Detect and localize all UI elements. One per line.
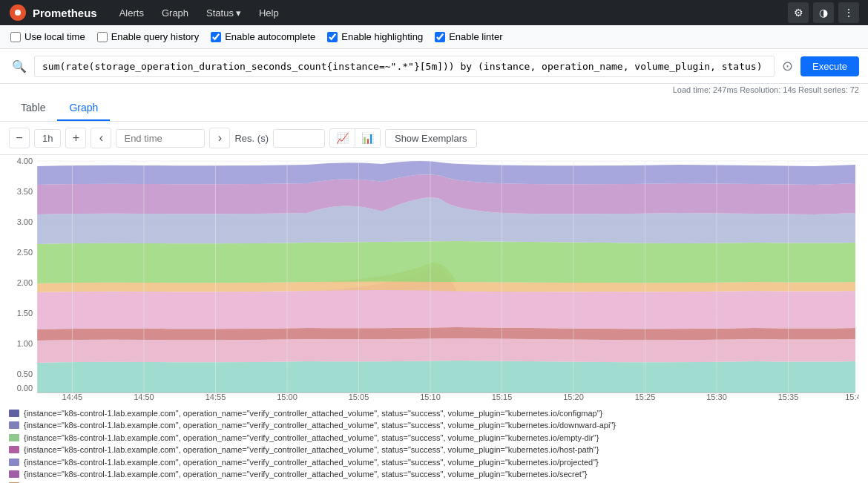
enable-query-history-option[interactable]: Enable query history: [97, 31, 200, 42]
navbar: Prometheus Alerts Graph Status ▾ Help ⚙ …: [0, 0, 868, 25]
use-local-time-label: Use local time: [24, 31, 85, 42]
svg-text:0.00: 0.00: [17, 384, 33, 392]
svg-point-1: [15, 10, 21, 16]
search-icon: 🔍: [9, 59, 30, 73]
legend-text: {instance="k8s-control-1.lab.example.com…: [24, 469, 587, 480]
svg-text:15:35: 15:35: [778, 392, 799, 400]
chart-type-group: 📈 📊: [329, 128, 381, 148]
enable-autocomplete-checkbox[interactable]: [211, 32, 221, 42]
zoom-out-button[interactable]: −: [9, 128, 30, 148]
tab-graph[interactable]: Graph: [57, 96, 110, 121]
svg-text:15:05: 15:05: [349, 392, 369, 400]
nav-graph[interactable]: Graph: [154, 4, 196, 22]
svg-text:14:50: 14:50: [134, 392, 154, 400]
legend-text: {instance="k8s-control-1.lab.example.com…: [24, 444, 599, 456]
execute-button[interactable]: Execute: [800, 56, 859, 76]
tab-bar: Table Graph: [0, 96, 868, 122]
enable-highlighting-option[interactable]: Enable highlighting: [327, 31, 423, 42]
enable-highlighting-label: Enable highlighting: [341, 31, 423, 42]
svg-text:2.50: 2.50: [17, 248, 33, 257]
query-input[interactable]: [34, 56, 775, 77]
svg-text:15:20: 15:20: [563, 392, 584, 400]
svg-text:0.50: 0.50: [17, 369, 33, 378]
theme-toggle-button[interactable]: ◑: [813, 2, 834, 23]
nav-status[interactable]: Status ▾: [199, 4, 249, 22]
svg-text:1.50: 1.50: [17, 309, 33, 318]
legend-text: {instance="k8s-control-1.lab.example.com…: [24, 433, 599, 444]
prev-time-button[interactable]: ‹: [91, 128, 111, 148]
res-label: Res. (s): [234, 133, 269, 144]
legend-color-swatch: [9, 459, 19, 466]
enable-highlighting-checkbox[interactable]: [327, 32, 338, 42]
svg-text:15:40: 15:40: [845, 392, 859, 400]
svg-text:1.00: 1.00: [17, 339, 33, 348]
svg-text:15:15: 15:15: [492, 392, 513, 400]
more-button[interactable]: ⋮: [838, 2, 859, 23]
legend-area: {instance="k8s-control-1.lab.example.com…: [0, 402, 868, 483]
legend-item[interactable]: {instance="k8s-control-1.lab.example.com…: [9, 420, 859, 431]
legend-text: {instance="k8s-control-1.lab.example.com…: [24, 420, 616, 431]
graph-controls: − 1h + ‹ › Res. (s) 📈 📊 Show Exemplars: [0, 122, 868, 155]
legend-item[interactable]: {instance="k8s-control-1.lab.example.com…: [9, 408, 859, 419]
enable-autocomplete-option[interactable]: Enable autocomplete: [211, 31, 315, 42]
legend-color-swatch: [9, 446, 19, 453]
enable-autocomplete-label: Enable autocomplete: [225, 31, 315, 42]
svg-text:4.00: 4.00: [17, 157, 33, 165]
brand[interactable]: Prometheus: [9, 4, 97, 22]
legend-text: {instance="k8s-control-1.lab.example.com…: [24, 457, 599, 468]
query-bar: 🔍 ⊙ Execute: [0, 49, 868, 84]
svg-text:14:55: 14:55: [206, 392, 226, 400]
legend-item[interactable]: {instance="k8s-control-1.lab.example.com…: [9, 444, 859, 456]
prometheus-logo: [9, 4, 27, 22]
legend-item[interactable]: {instance="k8s-control-1.lab.example.com…: [9, 457, 859, 468]
legend-text: {instance="k8s-control-1.lab.example.com…: [24, 408, 602, 419]
legend-color-swatch: [9, 410, 19, 417]
navbar-right: ⚙ ◑ ⋮: [788, 2, 859, 23]
legend-color-swatch: [9, 470, 19, 478]
nav-links: Alerts Graph Status ▾ Help: [112, 4, 788, 22]
use-local-time-checkbox[interactable]: [10, 32, 21, 42]
svg-text:14:45: 14:45: [62, 392, 83, 400]
stacked-chart-button[interactable]: 📊: [355, 129, 380, 147]
end-time-input[interactable]: [116, 129, 205, 148]
chart-svg: 4.00 3.50 3.00 2.50 2.00 1.50 1.00 0.50 …: [9, 155, 859, 400]
legend-item[interactable]: {instance="k8s-control-1.lab.example.com…: [9, 469, 859, 480]
graph-area: 4.00 3.50 3.00 2.50 2.00 1.50 1.00 0.50 …: [0, 155, 868, 402]
brand-name: Prometheus: [33, 7, 97, 19]
svg-text:15:10: 15:10: [420, 392, 441, 400]
enable-linter-checkbox[interactable]: [435, 32, 445, 42]
settings-button[interactable]: ⚙: [788, 2, 809, 23]
legend-color-swatch: [9, 421, 19, 429]
enable-linter-label: Enable linter: [449, 31, 502, 42]
next-time-button[interactable]: ›: [209, 128, 230, 148]
options-bar: Use local time Enable query history Enab…: [0, 25, 868, 49]
svg-text:15:30: 15:30: [706, 392, 727, 400]
duration-display: 1h: [34, 129, 61, 148]
query-info-icon[interactable]: ⊙: [779, 55, 796, 77]
graph-svg-wrapper: 4.00 3.50 3.00 2.50 2.00 1.50 1.00 0.50 …: [9, 155, 859, 402]
enable-query-history-checkbox[interactable]: [97, 32, 108, 42]
enable-query-history-label: Enable query history: [111, 31, 200, 42]
legend-color-swatch: [9, 434, 19, 441]
load-info: Load time: 247ms Resolution: 14s Result …: [0, 84, 868, 96]
nav-alerts[interactable]: Alerts: [112, 4, 151, 22]
show-exemplars-button[interactable]: Show Exemplars: [385, 129, 477, 148]
nav-help[interactable]: Help: [251, 4, 286, 22]
chevron-down-icon: ▾: [236, 7, 241, 19]
use-local-time-option[interactable]: Use local time: [10, 31, 85, 42]
zoom-in-button[interactable]: +: [65, 128, 86, 148]
resolution-input[interactable]: [273, 129, 325, 148]
svg-text:15:25: 15:25: [635, 392, 656, 400]
enable-linter-option[interactable]: Enable linter: [435, 31, 502, 42]
svg-text:3.50: 3.50: [17, 187, 33, 196]
svg-text:2.00: 2.00: [17, 278, 33, 287]
svg-text:15:00: 15:00: [277, 392, 297, 400]
legend-item[interactable]: {instance="k8s-control-1.lab.example.com…: [9, 433, 859, 444]
tab-table[interactable]: Table: [9, 96, 57, 121]
svg-text:3.00: 3.00: [17, 217, 33, 226]
line-chart-button[interactable]: 📈: [330, 129, 355, 147]
